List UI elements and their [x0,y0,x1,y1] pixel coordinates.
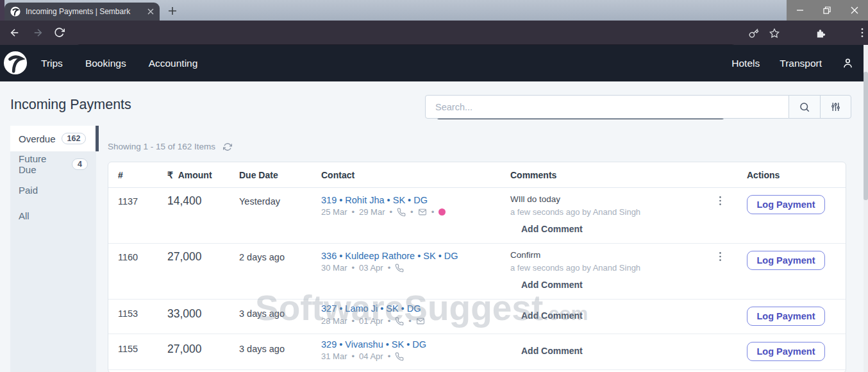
col-header-actions: Actions [747,170,780,180]
row-menu-kebab-icon[interactable] [716,193,724,208]
log-payment-button[interactable]: Log Payment [747,195,825,214]
add-comment-button[interactable]: Add Comment [521,346,583,356]
phone-icon[interactable] [395,352,404,361]
sidebar-item-all[interactable]: All [10,203,96,228]
contact-meta: 25 Mar• 29 Mar• • • [321,207,446,217]
comment-meta: a few seconds ago by Anand Singh [510,263,640,273]
sidebar-item-paid[interactable]: Paid [10,177,96,203]
comment-meta: a few seconds ago by Anand Singh [510,207,640,217]
contact-link[interactable]: 329 • Vivanshu • SK • DG [321,339,426,350]
window-controls [787,0,868,21]
col-header-contact: Contact [321,170,355,180]
page-title: Incoming Payments [10,97,131,113]
contact-link[interactable]: 336 • Kuldeep Rathore • SK • DG [321,251,458,261]
mail-icon[interactable] [418,208,427,216]
col-header-comments: Comments [510,170,556,180]
status-sidebar: Overdue 162 Future Due 4 Paid All [10,126,96,372]
contact-meta: 28 Mar• 01 Apr• • [321,316,425,326]
tab-close-icon[interactable] [147,8,154,15]
scrollbar[interactable] [864,45,868,372]
log-payment-button[interactable]: Log Payment [747,307,825,326]
add-comment-button[interactable]: Add Comment [521,280,583,290]
contact-link[interactable]: 327 • Lamo Ji • SK • DG [321,303,421,314]
scrollbar-thumb[interactable] [864,72,868,200]
due-date: 3 days ago [239,309,285,319]
list-summary: Showing 1 - 15 of 162 Items [108,142,215,151]
new-tab-button[interactable] [167,5,178,17]
latest-comment: WIll do today [510,194,560,204]
payment-id: 1160 [118,252,138,262]
window-minimize-button[interactable] [787,0,814,21]
col-header-amount: ₹ Amount [167,170,212,180]
browser-toolbar: demo.sembark.com/payments/incoming?statu… [0,21,868,45]
contact-meta: 30 Mar• 03 Apr• [321,263,404,273]
contact-link[interactable]: 319 • Rohit Jha • SK • DG [321,195,428,205]
rupee-icon: ₹ [167,170,173,180]
back-icon[interactable] [9,27,21,38]
extensions-puzzle-icon[interactable] [815,28,826,38]
favicon-sembark-icon [10,6,21,17]
payment-id: 1137 [118,196,138,207]
sidebar-item-label: Overdue [19,133,56,144]
add-comment-button[interactable]: Add Comment [521,310,583,321]
payment-amount: 33,000 [167,307,202,321]
table-header-row: # ₹ Amount Due Date Contact Comments Act… [108,162,846,188]
password-key-icon[interactable] [749,28,759,38]
tabbar-edge-strip [0,0,4,21]
payment-id: 1153 [118,309,138,319]
nav-item-accounting[interactable]: Accounting [149,58,198,69]
col-header-due-date: Due Date [239,170,278,180]
refresh-icon[interactable] [223,142,232,151]
payments-search-input[interactable] [425,95,789,119]
reload-icon[interactable] [54,27,65,38]
future-due-count-badge: 4 [72,158,88,170]
bookmark-star-icon[interactable] [769,28,780,38]
table-row: 1153 33,000 3 days ago 327 • Lamo Ji • S… [108,300,846,334]
due-date: 2 days ago [239,252,285,262]
search-button[interactable] [789,95,821,119]
account-person-icon[interactable] [842,57,854,69]
table-row: 1137 14,400 Yesterday 319 • Rohit Jha • … [108,188,846,244]
row-menu-kebab-icon[interactable] [716,249,724,264]
browser-tab[interactable]: Incoming Payments | Sembark [4,3,160,21]
latest-comment: Confirm [510,250,540,260]
phone-icon[interactable] [395,264,404,273]
log-payment-button[interactable]: Log Payment [747,251,825,270]
app-navbar: Trips Bookings Accounting Hotels Transpo… [0,45,868,81]
sidebar-item-overdue[interactable]: Overdue 162 [10,126,96,151]
tab-title: Incoming Payments | Sembark [26,7,142,16]
due-date: 3 days ago [239,344,285,354]
table-row: 1160 27,000 2 days ago 336 • Kuldeep Rat… [108,244,846,300]
phone-icon[interactable] [395,317,404,326]
overdue-count-badge: 162 [62,133,87,144]
payment-amount: 27,000 [167,342,202,356]
sidebar-item-label: All [19,210,29,221]
payment-id: 1155 [118,344,138,354]
nav-item-trips[interactable]: Trips [41,58,63,69]
add-comment-button[interactable]: Add Comment [521,224,583,234]
sidebar-item-label: Future Due [19,153,66,175]
mail-icon[interactable] [416,317,425,325]
log-payment-button[interactable]: Log Payment [747,342,825,361]
browser-menu-icon[interactable] [858,28,867,38]
active-indicator [96,126,99,151]
status-dot-icon [438,208,446,216]
sidebar-item-future-due[interactable]: Future Due 4 [10,151,96,177]
forward-icon[interactable] [32,27,44,38]
payments-table: # ₹ Amount Due Date Contact Comments Act… [108,162,846,372]
due-date: Yesterday [239,196,280,207]
table-row: 1155 27,000 3 days ago 329 • Vivanshu • … [108,334,846,370]
phone-icon[interactable] [397,208,406,217]
sidebar-item-label: Paid [19,185,38,196]
col-header-id: # [118,170,123,180]
payment-amount: 14,400 [167,194,202,208]
sembark-logo[interactable] [3,51,28,75]
nav-item-hotels[interactable]: Hotels [731,58,760,69]
window-restore-button[interactable] [814,0,840,21]
filter-button[interactable] [820,95,851,119]
payment-amount: 27,000 [167,250,202,264]
window-close-button[interactable] [841,0,868,21]
nav-item-transport[interactable]: Transport [780,58,822,69]
nav-item-bookings[interactable]: Bookings [85,58,126,69]
contact-meta: 31 Mar• 04 Apr• [321,351,404,361]
